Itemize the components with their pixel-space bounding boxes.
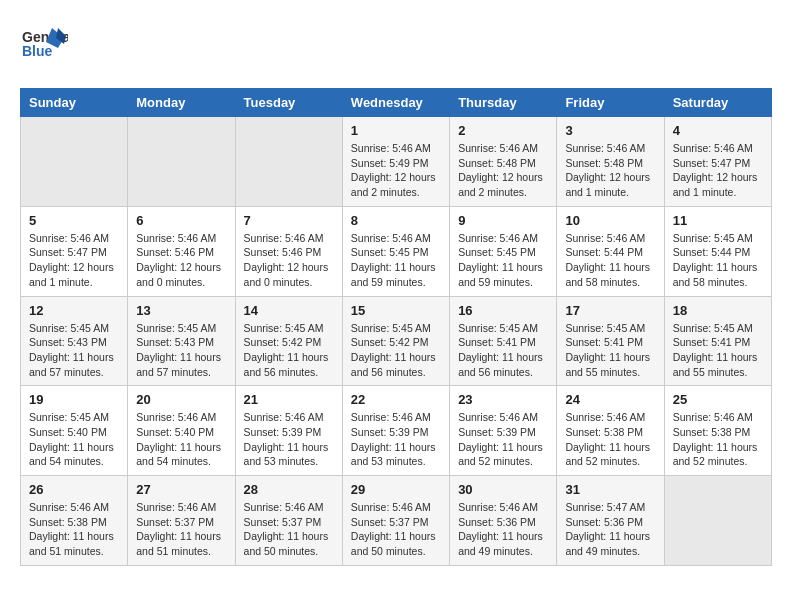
calendar-cell: 7Sunrise: 5:46 AM Sunset: 5:46 PM Daylig… [235,206,342,296]
calendar-cell: 24Sunrise: 5:46 AM Sunset: 5:38 PM Dayli… [557,386,664,476]
day-number: 24 [565,392,655,407]
week-row-3: 19Sunrise: 5:45 AM Sunset: 5:40 PM Dayli… [21,386,772,476]
day-info: Sunrise: 5:46 AM Sunset: 5:39 PM Dayligh… [244,410,334,469]
calendar-table: SundayMondayTuesdayWednesdayThursdayFrid… [20,88,772,566]
day-number: 10 [565,213,655,228]
calendar-header-row: SundayMondayTuesdayWednesdayThursdayFrid… [21,89,772,117]
day-number: 1 [351,123,441,138]
day-number: 6 [136,213,226,228]
calendar-cell: 26Sunrise: 5:46 AM Sunset: 5:38 PM Dayli… [21,476,128,566]
header-thursday: Thursday [450,89,557,117]
day-info: Sunrise: 5:46 AM Sunset: 5:39 PM Dayligh… [458,410,548,469]
calendar-cell [664,476,771,566]
day-number: 7 [244,213,334,228]
day-info: Sunrise: 5:46 AM Sunset: 5:40 PM Dayligh… [136,410,226,469]
logo: General Blue [20,20,68,72]
day-number: 14 [244,303,334,318]
day-info: Sunrise: 5:46 AM Sunset: 5:45 PM Dayligh… [351,231,441,290]
logo-icon: General Blue [20,20,68,68]
calendar-cell: 6Sunrise: 5:46 AM Sunset: 5:46 PM Daylig… [128,206,235,296]
day-number: 13 [136,303,226,318]
day-info: Sunrise: 5:46 AM Sunset: 5:37 PM Dayligh… [136,500,226,559]
day-info: Sunrise: 5:45 AM Sunset: 5:42 PM Dayligh… [244,321,334,380]
day-info: Sunrise: 5:45 AM Sunset: 5:44 PM Dayligh… [673,231,763,290]
calendar-cell: 2Sunrise: 5:46 AM Sunset: 5:48 PM Daylig… [450,117,557,207]
day-number: 18 [673,303,763,318]
week-row-1: 5Sunrise: 5:46 AM Sunset: 5:47 PM Daylig… [21,206,772,296]
calendar-cell: 1Sunrise: 5:46 AM Sunset: 5:49 PM Daylig… [342,117,449,207]
day-number: 11 [673,213,763,228]
calendar-cell [21,117,128,207]
calendar-cell: 25Sunrise: 5:46 AM Sunset: 5:38 PM Dayli… [664,386,771,476]
day-number: 21 [244,392,334,407]
calendar-cell: 9Sunrise: 5:46 AM Sunset: 5:45 PM Daylig… [450,206,557,296]
day-number: 3 [565,123,655,138]
day-number: 12 [29,303,119,318]
calendar-cell: 23Sunrise: 5:46 AM Sunset: 5:39 PM Dayli… [450,386,557,476]
day-info: Sunrise: 5:46 AM Sunset: 5:48 PM Dayligh… [458,141,548,200]
day-number: 26 [29,482,119,497]
calendar-cell: 10Sunrise: 5:46 AM Sunset: 5:44 PM Dayli… [557,206,664,296]
page-header: General Blue [20,20,772,72]
calendar-cell: 20Sunrise: 5:46 AM Sunset: 5:40 PM Dayli… [128,386,235,476]
day-number: 16 [458,303,548,318]
day-number: 23 [458,392,548,407]
day-number: 19 [29,392,119,407]
calendar-cell [128,117,235,207]
day-number: 31 [565,482,655,497]
calendar-cell: 3Sunrise: 5:46 AM Sunset: 5:48 PM Daylig… [557,117,664,207]
header-wednesday: Wednesday [342,89,449,117]
day-number: 4 [673,123,763,138]
day-number: 22 [351,392,441,407]
calendar-cell: 5Sunrise: 5:46 AM Sunset: 5:47 PM Daylig… [21,206,128,296]
day-info: Sunrise: 5:46 AM Sunset: 5:38 PM Dayligh… [673,410,763,469]
day-info: Sunrise: 5:46 AM Sunset: 5:37 PM Dayligh… [244,500,334,559]
header-saturday: Saturday [664,89,771,117]
week-row-4: 26Sunrise: 5:46 AM Sunset: 5:38 PM Dayli… [21,476,772,566]
calendar-cell: 15Sunrise: 5:45 AM Sunset: 5:42 PM Dayli… [342,296,449,386]
header-sunday: Sunday [21,89,128,117]
calendar-cell: 11Sunrise: 5:45 AM Sunset: 5:44 PM Dayli… [664,206,771,296]
day-info: Sunrise: 5:46 AM Sunset: 5:48 PM Dayligh… [565,141,655,200]
day-info: Sunrise: 5:46 AM Sunset: 5:47 PM Dayligh… [673,141,763,200]
day-number: 28 [244,482,334,497]
day-info: Sunrise: 5:45 AM Sunset: 5:42 PM Dayligh… [351,321,441,380]
day-info: Sunrise: 5:45 AM Sunset: 5:41 PM Dayligh… [565,321,655,380]
day-info: Sunrise: 5:46 AM Sunset: 5:46 PM Dayligh… [136,231,226,290]
calendar-cell: 4Sunrise: 5:46 AM Sunset: 5:47 PM Daylig… [664,117,771,207]
day-number: 30 [458,482,548,497]
day-number: 15 [351,303,441,318]
day-number: 17 [565,303,655,318]
day-info: Sunrise: 5:45 AM Sunset: 5:41 PM Dayligh… [673,321,763,380]
day-info: Sunrise: 5:46 AM Sunset: 5:47 PM Dayligh… [29,231,119,290]
day-number: 8 [351,213,441,228]
day-info: Sunrise: 5:45 AM Sunset: 5:40 PM Dayligh… [29,410,119,469]
calendar-cell: 22Sunrise: 5:46 AM Sunset: 5:39 PM Dayli… [342,386,449,476]
day-info: Sunrise: 5:45 AM Sunset: 5:41 PM Dayligh… [458,321,548,380]
day-number: 5 [29,213,119,228]
day-info: Sunrise: 5:46 AM Sunset: 5:44 PM Dayligh… [565,231,655,290]
day-info: Sunrise: 5:46 AM Sunset: 5:37 PM Dayligh… [351,500,441,559]
calendar-cell: 31Sunrise: 5:47 AM Sunset: 5:36 PM Dayli… [557,476,664,566]
day-info: Sunrise: 5:46 AM Sunset: 5:45 PM Dayligh… [458,231,548,290]
day-number: 29 [351,482,441,497]
header-monday: Monday [128,89,235,117]
day-info: Sunrise: 5:47 AM Sunset: 5:36 PM Dayligh… [565,500,655,559]
calendar-cell: 27Sunrise: 5:46 AM Sunset: 5:37 PM Dayli… [128,476,235,566]
day-number: 2 [458,123,548,138]
calendar-cell: 8Sunrise: 5:46 AM Sunset: 5:45 PM Daylig… [342,206,449,296]
calendar-cell: 18Sunrise: 5:45 AM Sunset: 5:41 PM Dayli… [664,296,771,386]
day-info: Sunrise: 5:46 AM Sunset: 5:46 PM Dayligh… [244,231,334,290]
day-number: 27 [136,482,226,497]
svg-text:Blue: Blue [22,43,53,59]
week-row-0: 1Sunrise: 5:46 AM Sunset: 5:49 PM Daylig… [21,117,772,207]
calendar-cell [235,117,342,207]
calendar-cell: 17Sunrise: 5:45 AM Sunset: 5:41 PM Dayli… [557,296,664,386]
day-info: Sunrise: 5:46 AM Sunset: 5:39 PM Dayligh… [351,410,441,469]
calendar-cell: 29Sunrise: 5:46 AM Sunset: 5:37 PM Dayli… [342,476,449,566]
calendar-cell: 13Sunrise: 5:45 AM Sunset: 5:43 PM Dayli… [128,296,235,386]
day-number: 25 [673,392,763,407]
day-info: Sunrise: 5:46 AM Sunset: 5:36 PM Dayligh… [458,500,548,559]
calendar-cell: 16Sunrise: 5:45 AM Sunset: 5:41 PM Dayli… [450,296,557,386]
day-info: Sunrise: 5:46 AM Sunset: 5:38 PM Dayligh… [565,410,655,469]
